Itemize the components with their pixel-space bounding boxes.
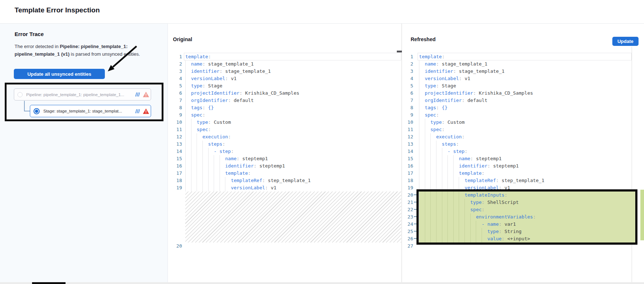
code-line: 13steps: [403,141,644,148]
line-number: 15 [168,155,182,162]
line-number: 27 [403,242,413,250]
radio-unselected-icon[interactable] [17,92,23,97]
line-number: 8 [168,104,182,111]
entity-card-pipeline[interactable]: Pipeline: pipeline_template_1: pipeline_… [14,88,151,100]
line-number: 19 [403,184,413,192]
code-text: versionLabel: v1 [185,184,276,192]
line-number: 6 [403,90,413,97]
template-library-icon [135,92,140,97]
line-marker [182,104,185,111]
code-text: templateRef: step_template_1 [419,177,544,184]
line-marker [413,97,419,104]
line-number: 19 [168,184,182,192]
line-marker [182,126,185,133]
line-number: 23 [403,213,413,221]
line-number: 11 [168,126,182,133]
code-text: spec: [185,126,211,133]
line-marker [413,162,419,170]
entity-card-stage[interactable]: Stage: stage_template_1: stage_templat..… [30,105,151,117]
code-line: 10type: Custom [168,119,402,126]
code-line: 5type: Stage [168,82,402,90]
line-number: 5 [403,82,413,90]
line-number: 11 [403,126,413,133]
code-text: type: Custom [185,119,231,126]
line-marker [182,68,185,75]
code-line: 19versionLabel: v1 [168,184,402,192]
line-number: 26 [403,235,413,242]
code-text: execution: [419,133,465,141]
line-number: 16 [403,162,413,170]
line-marker [182,133,185,141]
line-marker [413,148,419,155]
entity-label: Stage: stage_template_1: stage_templat..… [43,109,134,113]
code-text: spec: [419,111,439,119]
code-line: 9spec: [403,111,644,119]
code-line: 16identifier: steptemp1 [403,162,644,170]
original-current-line-highlight [184,53,401,60]
line-marker [413,90,419,97]
refreshed-panel-title: Refreshed [411,36,435,42]
code-line: 17template: [168,170,402,177]
radio-selected-icon[interactable] [33,108,40,114]
line-marker [413,170,419,177]
added-lines-annotation-box [416,189,637,245]
code-line: 7orgIdentifier: default [403,97,644,104]
line-marker [413,119,419,126]
code-text: name: steptemp1 [419,155,502,162]
diff-inserted-placeholder [185,192,401,242]
code-line: 10type: Custom [403,119,644,126]
bottom-bar-progress [32,282,66,284]
code-line: 20 [168,242,402,250]
diff-splitter[interactable] [402,24,402,282]
line-number: 12 [168,133,182,141]
code-line: 14- step: [168,148,402,155]
code-line: 7orgIdentifier: default [168,97,402,104]
line-marker [182,155,185,162]
line-marker [413,177,419,184]
line-number: 15 [403,155,413,162]
line-marker [182,90,185,97]
update-button[interactable]: Update [612,37,639,46]
line-number: 5 [168,82,182,90]
code-text: type: Stage [419,82,456,90]
page-header: Template Error Inspection [0,0,644,24]
line-number: 3 [403,68,413,75]
line-number: 18 [168,177,182,184]
line-marker [182,170,185,177]
error-trace-heading: Error Trace [15,31,44,37]
line-marker [182,184,185,192]
code-text: versionLabel: v1 [185,75,237,82]
code-line: 18templateRef: step_template_1 [168,177,402,184]
code-line: 12execution: [168,133,402,141]
overview-ruler-cursor-marker [397,51,402,52]
line-number: 4 [403,75,413,82]
update-all-unsynced-entities-button[interactable]: Update all unsynced entities [14,69,105,79]
line-marker [182,242,185,250]
code-text: projectIdentifier: Krishika_CD_Samples [185,90,299,97]
line-number: 6 [168,90,182,97]
warning-icon [143,91,149,98]
line-number: 9 [168,111,182,119]
code-text: spec: [185,111,205,119]
code-text: type: Custom [419,119,465,126]
code-line: 6projectIdentifier: Krishika_CD_Samples [403,90,644,97]
line-number: 7 [403,97,413,104]
line-number: 4 [168,75,182,82]
code-line: 11spec: [403,126,644,133]
original-code-editor[interactable]: 1template:2name: stage_template_13identi… [168,53,402,250]
code-line: 13steps: [168,141,402,148]
line-marker [413,133,419,141]
message-prefix: The error detected in [15,44,60,49]
code-text: steps: [419,141,459,148]
line-marker [413,111,419,119]
line-number: 1 [168,53,182,60]
line-number: 13 [403,141,413,148]
line-marker [413,155,419,162]
line-number: 3 [168,68,182,75]
entity-label: Pipeline: pipeline_template_1: pipeline_… [26,92,134,97]
line-marker [182,148,185,155]
line-marker [413,60,419,68]
code-line: 4versionLabel: v1 [168,75,402,82]
line-marker [182,75,185,82]
code-line: 17template: [403,170,644,177]
